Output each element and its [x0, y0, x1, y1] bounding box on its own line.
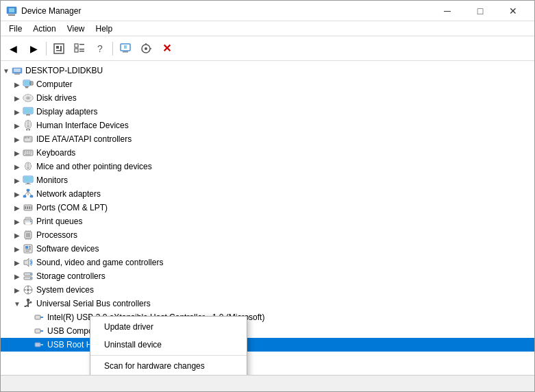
svg-rect-91 — [25, 249, 31, 250]
maximize-button[interactable]: □ — [464, 1, 496, 21]
mice-label: Mice and other pointing devices — [36, 162, 152, 171]
tree-item-monitors[interactable]: ▶ Monitors — [1, 173, 534, 187]
expand-icon[interactable]: ▶ — [12, 284, 23, 295]
svg-rect-113 — [40, 330, 43, 332]
svg-line-67 — [25, 191, 28, 195]
tree-item-keyboard[interactable]: ▶ Keyboards — [1, 146, 534, 160]
tree-item-sound[interactable]: ▶ Sound, video and game controllers — [1, 256, 534, 269]
hid-label: Human Interface Devices — [36, 121, 129, 130]
svg-rect-114 — [35, 343, 40, 347]
toolbar-remove[interactable]: ✕ — [157, 39, 176, 58]
expand-icon[interactable]: ▶ — [12, 147, 23, 158]
network-label: Network adapters — [36, 189, 101, 199]
expand-icon[interactable]: ▶ — [12, 243, 23, 254]
menu-help[interactable]: Help — [90, 23, 119, 35]
menubar: File Action View Help — [1, 21, 534, 36]
svg-rect-49 — [28, 151, 29, 152]
usb-expand-icon[interactable]: ▼ — [12, 298, 23, 309]
tree-item-ports[interactable]: ▶ Ports (COM & LPT) — [1, 201, 534, 215]
context-update-driver[interactable]: Update driver — [90, 318, 247, 336]
tree-item-usb-root[interactable]: USB Root Hub (USB 3.0) — [1, 338, 534, 352]
toolbar-monitor[interactable] — [116, 39, 135, 58]
computer-icon — [23, 79, 34, 90]
tree-item-network[interactable]: ▶ Network adapters — [1, 187, 534, 201]
svg-point-107 — [30, 302, 32, 304]
software-label: Software devices — [36, 244, 99, 254]
expand-icon[interactable]: ▶ — [12, 79, 23, 90]
tree-root[interactable]: ▼ DESKTOP-LDIDKBU — [1, 64, 534, 77]
tree-item-print[interactable]: ▶ Print queues — [1, 215, 534, 228]
svg-rect-89 — [29, 246, 31, 247]
svg-rect-7 — [75, 44, 78, 47]
svg-rect-66 — [30, 195, 33, 197]
tree-item-display[interactable]: ▶ Display adapters — [1, 105, 534, 119]
tree-item-computer[interactable]: ▶ Computer — [1, 77, 534, 91]
expand-icon[interactable]: ▶ — [12, 257, 23, 268]
menu-view[interactable]: View — [62, 23, 90, 35]
expand-icon[interactable]: ▶ — [12, 175, 23, 186]
menu-action[interactable]: Action — [27, 23, 61, 35]
expand-icon[interactable]: ▶ — [12, 188, 23, 199]
context-sep-1 — [90, 355, 247, 356]
svg-rect-61 — [24, 177, 32, 182]
tree-item-ide[interactable]: ▶ IDE ATA/ATAPI controllers — [1, 132, 534, 146]
monitors-icon — [23, 175, 34, 186]
minimize-button[interactable]: ─ — [432, 1, 463, 21]
svg-rect-88 — [25, 246, 28, 249]
system-label: System devices — [36, 285, 94, 295]
tree-item-proc[interactable]: ▶ Processors — [1, 228, 534, 242]
tree-item-usb[interactable]: ▼ Universal Serial Bus controllers — [1, 297, 534, 310]
expand-icon[interactable]: ▶ — [12, 230, 23, 241]
tree-item-usb-composite[interactable]: USB Composite Device — [1, 324, 534, 338]
tree-item-system[interactable]: ▶ System devices — [1, 283, 534, 297]
svg-rect-35 — [27, 114, 29, 114]
svg-rect-6 — [60, 46, 62, 51]
expand-icon[interactable]: ▶ — [12, 271, 23, 282]
context-scan[interactable]: Scan for hardware changes — [90, 357, 247, 375]
tree-item-mice[interactable]: ▶ Mice and other pointing devices — [1, 160, 534, 173]
svg-rect-47 — [24, 151, 25, 152]
svg-rect-72 — [27, 206, 28, 209]
tree-item-hid[interactable]: ▶ Human Interface Devices — [1, 119, 534, 132]
menu-file[interactable]: File — [3, 23, 27, 35]
expand-icon[interactable]: ▶ — [12, 161, 23, 172]
context-uninstall[interactable]: Uninstall device — [90, 336, 247, 354]
svg-rect-63 — [25, 184, 31, 184]
window-title: Device Manager — [21, 6, 432, 16]
svg-rect-21 — [14, 69, 21, 72]
expand-icon[interactable]: ▶ — [12, 120, 23, 131]
svg-point-99 — [27, 289, 29, 291]
svg-rect-71 — [25, 206, 26, 209]
mice-icon — [23, 161, 34, 172]
toolbar-forward[interactable]: ▶ — [24, 39, 43, 58]
svg-point-31 — [27, 97, 29, 99]
tree-item-storage[interactable]: ▶ Storage controllers — [1, 269, 534, 283]
tree-panel[interactable]: ▼ DESKTOP-LDIDKBU ▶ — [1, 61, 534, 375]
svg-rect-110 — [35, 315, 40, 319]
monitors-label: Monitors — [36, 175, 68, 185]
toolbar-help[interactable]: ? — [90, 39, 110, 58]
expand-icon[interactable]: ▶ — [12, 216, 23, 227]
toolbar-collapse[interactable] — [49, 39, 69, 58]
window-controls: ─ □ ✕ — [432, 1, 529, 21]
svg-rect-54 — [30, 153, 32, 154]
toolbar: ◀ ▶ ? — [1, 36, 534, 61]
expand-icon[interactable]: ▶ — [12, 202, 23, 213]
toolbar-back[interactable]: ◀ — [3, 39, 23, 58]
system-icon — [23, 284, 34, 295]
expand-icon[interactable]: ▶ — [12, 134, 23, 145]
tree-item-software[interactable]: ▶ Software devices — [1, 242, 534, 256]
tree-item-intel-usb[interactable]: Intel(R) USB 3.0 eXtensible Host Control… — [1, 310, 534, 324]
tree-item-disk[interactable]: ▶ Disk drives — [1, 91, 534, 105]
sound-icon — [23, 257, 34, 268]
display-label: Display adapters — [36, 107, 97, 117]
expand-icon[interactable]: ▶ — [12, 106, 23, 117]
root-expand-icon[interactable]: ▼ — [1, 65, 12, 76]
device-manager-window: Device Manager ─ □ ✕ File Action View He… — [0, 0, 535, 392]
toolbar-scan[interactable] — [136, 39, 155, 58]
svg-rect-111 — [40, 317, 43, 318]
expand-icon[interactable]: ▶ — [12, 93, 23, 103]
close-button[interactable]: ✕ — [497, 1, 529, 21]
toolbar-expand[interactable] — [70, 39, 89, 58]
computer-label: Computer — [36, 79, 73, 89]
